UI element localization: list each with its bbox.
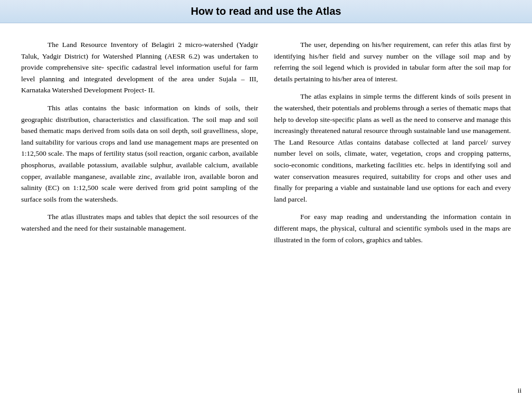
page-container: How to read and use the Atlas The Land R… — [0, 0, 532, 399]
page-number: ii — [518, 386, 521, 394]
header-bar: How to read and use the Atlas — [0, 0, 532, 23]
right-paragraph-3: For easy map reading and understanding t… — [274, 211, 511, 245]
right-paragraph-1: The user, depending on his/her requireme… — [274, 39, 511, 84]
left-paragraph-2: This atlas contains the basic informatio… — [21, 102, 258, 205]
page-title: How to read and use the Atlas — [191, 5, 341, 17]
right-column: The user, depending on his/her requireme… — [274, 39, 511, 369]
page-footer: ii — [518, 386, 521, 395]
left-paragraph-1: The Land Resource Inventory of Belagiri … — [21, 39, 258, 96]
right-paragraph-2: The atlas explains in simple terms the d… — [274, 91, 511, 205]
left-paragraph-3: The atlas illustrates maps and tables th… — [21, 211, 258, 234]
left-column: The Land Resource Inventory of Belagiri … — [21, 39, 258, 369]
content-area: The Land Resource Inventory of Belagiri … — [0, 23, 532, 380]
